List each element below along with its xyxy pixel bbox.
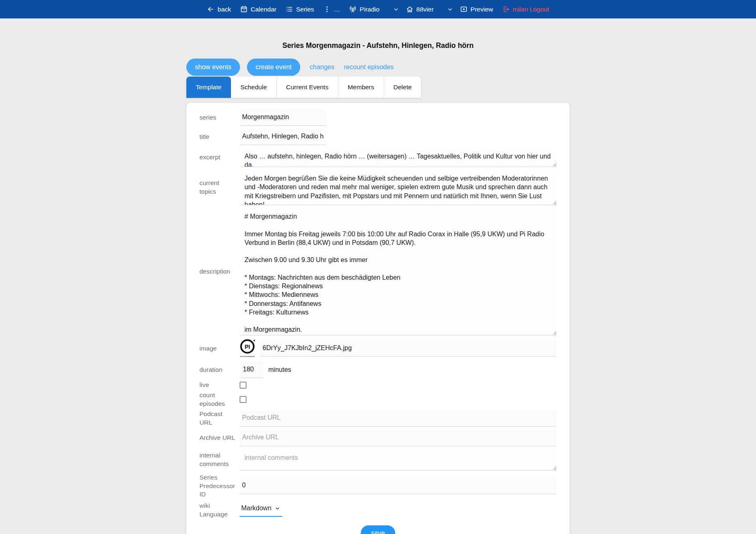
podcast-url-row: Podcast URL [199, 410, 557, 427]
duration-input[interactable] [240, 362, 263, 378]
arrow-left-icon [207, 5, 215, 13]
count-episodes-row: count episodes [199, 391, 557, 408]
tab-members[interactable]: Members [338, 77, 384, 98]
chevron-down-icon [274, 505, 281, 511]
top-navbar: back Calendar Series … Piradio 88vier Pr… [0, 0, 756, 18]
create-event-button[interactable]: create event [247, 59, 300, 76]
nav-station[interactable]: Piradio [349, 5, 379, 13]
nav-channel-label: 88vier [416, 6, 434, 13]
excerpt-textarea[interactable]: Also … aufstehn, hinlegen, Radio hörn … … [240, 148, 557, 167]
action-buttons-row: show events create event changes recount… [186, 59, 570, 76]
recount-episodes-link[interactable]: recount episodes [344, 63, 394, 71]
station-dropdown-chevron[interactable] [393, 6, 399, 13]
nav-back[interactable]: back [207, 5, 231, 13]
tab-schedule[interactable]: Schedule [231, 77, 276, 98]
archive-url-label: Archive URL [199, 434, 240, 442]
podcast-url-input[interactable] [240, 410, 557, 427]
internal-comments-row: internal comments [199, 449, 557, 471]
page-title: Series Morgenmagazin - Aufstehn, Hinlege… [0, 41, 756, 50]
nav-logout-label: milan Logout [513, 6, 549, 13]
nav-channel[interactable]: 88vier [406, 5, 434, 13]
tab-current-events[interactable]: Current Events [276, 77, 338, 98]
wiki-language-label: wiki Language [199, 502, 240, 519]
chevron-down-icon [447, 6, 453, 13]
save-button[interactable]: save [361, 525, 395, 534]
nav-calendar-label: Calendar [251, 6, 276, 13]
home-icon [406, 5, 414, 13]
archive-url-row: Archive URL [199, 430, 557, 446]
current-topics-row: current topics Jeden Morgen begrüßen Sie… [199, 170, 557, 205]
nav-more-menu[interactable]: … [323, 5, 340, 13]
preview-icon [460, 5, 468, 13]
nav-calendar[interactable]: Calendar [240, 5, 276, 13]
nav-series-label: Series [296, 6, 314, 13]
wiki-language-value: Markdown [241, 505, 272, 512]
nav-series[interactable]: Series [285, 5, 314, 13]
title-input[interactable] [240, 129, 326, 145]
excerpt-row: excerpt Also … aufstehn, hinlegen, Radio… [199, 148, 557, 167]
list-icon [285, 5, 293, 13]
duration-label: duration [199, 366, 240, 374]
series-predecessor-id-input[interactable] [240, 478, 557, 494]
podcast-url-label: Podcast URL [199, 410, 240, 427]
svg-text:MORGENMAGAZIN: MORGENMAGAZIN [240, 355, 255, 358]
live-label: live [199, 381, 240, 389]
series-row: series [199, 109, 557, 126]
svg-text:PI: PI [244, 344, 250, 350]
series-logo-image: PI MORGENMAGAZIN [240, 338, 256, 359]
series-predecessor-id-label: Series Predecessor ID [199, 473, 240, 499]
nav-back-label: back [217, 6, 231, 13]
excerpt-label: excerpt [199, 153, 240, 162]
title-row: title [199, 129, 557, 145]
nav-station-label: Piradio [360, 6, 379, 13]
nav-preview[interactable]: Preview [460, 5, 493, 13]
tab-delete[interactable]: Delete [384, 77, 421, 98]
wiki-language-row: wiki Language Markdown [199, 502, 557, 519]
duration-row: duration minutes [199, 362, 557, 378]
show-events-button[interactable]: show events [186, 59, 240, 76]
description-label: description [199, 267, 240, 276]
image-row: image PI MORGENMAGAZIN [199, 338, 557, 359]
current-topics-textarea[interactable]: Jeden Morgen begrüßen Sie die keine Müdi… [240, 170, 557, 205]
internal-comments-textarea[interactable] [240, 449, 557, 471]
tab-bar: Template Schedule Current Events Members… [186, 77, 421, 98]
tab-template[interactable]: Template [186, 77, 231, 98]
series-input[interactable] [240, 109, 326, 126]
image-label: image [199, 344, 240, 353]
wiki-language-select[interactable]: Markdown [240, 504, 282, 517]
title-label: title [199, 133, 240, 141]
changes-link[interactable]: changes [310, 63, 335, 71]
nav-more-label: … [334, 6, 340, 13]
duration-unit-label: minutes [268, 366, 291, 373]
current-topics-label: current topics [199, 179, 240, 196]
count-episodes-checkbox[interactable] [240, 396, 247, 403]
description-row: description # Morgenmagazin Immer Montag… [199, 208, 557, 335]
kebab-menu-icon [323, 5, 331, 13]
description-textarea[interactable]: # Morgenmagazin Immer Montag bis Freitag… [240, 208, 557, 335]
internal-comments-label: internal comments [199, 451, 240, 468]
count-episodes-label: count episodes [199, 391, 240, 408]
series-label: series [199, 113, 240, 122]
calendar-icon [240, 5, 248, 13]
template-form-card: series title excerpt Also … aufstehn, hi… [186, 103, 570, 534]
image-filename-input[interactable] [260, 340, 557, 357]
live-row: live [199, 381, 557, 389]
archive-url-input[interactable] [240, 430, 557, 446]
series-predecessor-id-row: Series Predecessor ID [199, 473, 557, 499]
logout-icon [502, 5, 510, 13]
nav-logout[interactable]: milan Logout [502, 5, 549, 13]
nav-preview-label: Preview [471, 6, 493, 13]
broadcast-antenna-icon [349, 5, 357, 13]
live-checkbox[interactable] [240, 382, 247, 389]
chevron-down-icon [393, 6, 399, 13]
channel-dropdown-chevron[interactable] [447, 6, 453, 13]
